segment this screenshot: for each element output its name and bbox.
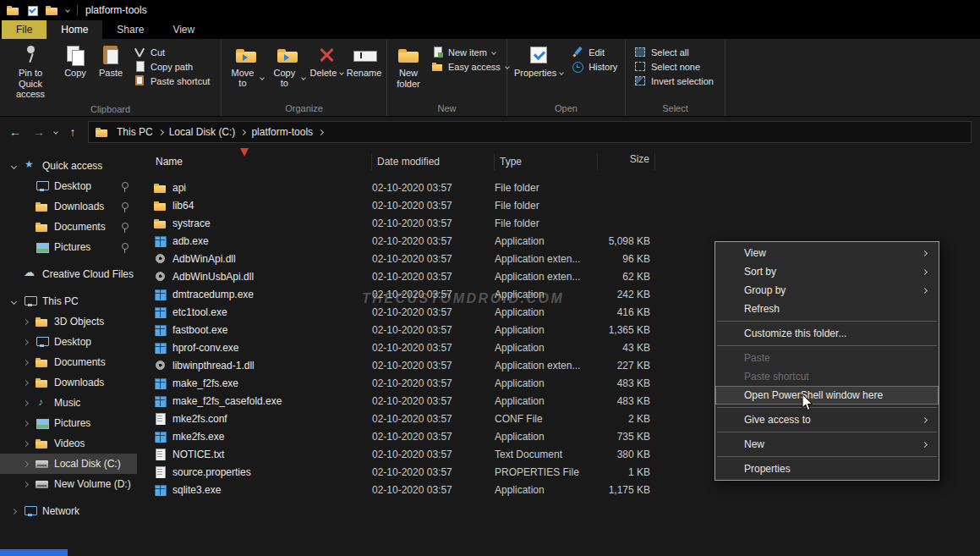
qat-customize-chevron-icon[interactable] (65, 8, 70, 13)
up-button[interactable]: ↑ (64, 125, 81, 139)
menu-item-group-by[interactable]: Group by (715, 281, 939, 300)
file-row[interactable]: api02-10-2020 03:57File folder (137, 179, 980, 196)
tab-file[interactable]: File (2, 20, 47, 39)
expand-chevron-icon[interactable] (20, 459, 30, 469)
expand-chevron-icon[interactable] (20, 479, 30, 489)
folder-icon (36, 356, 49, 368)
pin-icon (120, 242, 129, 253)
address-box[interactable]: This PCLocal Disk (C:)platform-tools (88, 121, 972, 143)
expand-chevron-icon[interactable] (20, 357, 30, 367)
select-none-button[interactable]: Select none (634, 61, 714, 72)
file-name-cell: systrace (137, 217, 372, 229)
expand-chevron-icon[interactable] (8, 506, 19, 516)
sidebar-item-new-volume-d[interactable]: New Volume (D:) (0, 474, 137, 494)
sidebar-item-creative-cloud-files[interactable]: Creative Cloud Files (0, 264, 137, 284)
menu-item-properties[interactable]: Properties (715, 460, 939, 478)
breadcrumb-item[interactable]: This PC (115, 126, 155, 138)
menu-item-customize-this-folder[interactable]: Customize this folder... (715, 324, 939, 343)
menu-item-new[interactable]: New (715, 435, 939, 454)
collapse-chevron-icon[interactable] (8, 296, 19, 306)
expand-chevron-icon[interactable] (20, 337, 30, 347)
column-header-size[interactable]: Size (598, 153, 655, 170)
sidebar-item-quick-access[interactable]: Quick access (0, 156, 137, 176)
copy-to-dropdown-icon[interactable] (301, 75, 306, 80)
app-file-icon (154, 342, 167, 354)
tab-view[interactable]: View (158, 20, 209, 39)
breadcrumb-chevron-icon[interactable] (318, 129, 324, 135)
menu-item-give-access-to[interactable]: Give access to (715, 410, 939, 429)
easy-access-button[interactable]: Easy access (431, 61, 509, 72)
new-item-dropdown-icon[interactable] (491, 50, 496, 55)
history-button[interactable]: History (572, 61, 617, 72)
sidebar-item-music[interactable]: Music (0, 393, 137, 413)
sidebar-item-network[interactable]: Network (0, 501, 137, 521)
cut-button[interactable]: Cut (134, 47, 210, 58)
sidebar-item-desktop[interactable]: Desktop (0, 332, 137, 352)
qat-properties-icon[interactable] (27, 5, 38, 16)
breadcrumb-item[interactable]: Local Disk (C:) (167, 126, 238, 138)
file-row[interactable]: lib6402-10-2020 03:57File folder (137, 196, 980, 214)
copy-path-button[interactable]: Copy path (134, 61, 210, 72)
menu-item-open-powershell-window-here[interactable]: Open PowerShell window here (715, 386, 939, 405)
sidebar-item-3d-objects[interactable]: 3D Objects (0, 311, 137, 332)
menu-item-refresh[interactable]: Refresh (715, 300, 939, 318)
open-group-label: Open (507, 101, 625, 116)
invert-selection-button[interactable]: Invert selection (634, 75, 714, 86)
file-name-cell: AdbWinUsbApi.dll (137, 271, 372, 283)
expand-chevron-icon[interactable] (20, 438, 30, 449)
sidebar-item-videos[interactable]: Videos (0, 433, 137, 454)
paste-shortcut-button[interactable]: Paste shortcut (134, 75, 210, 86)
tab-home[interactable]: Home (47, 20, 102, 39)
sidebar-item-pictures[interactable]: Pictures (0, 237, 137, 257)
sidebar-item-downloads[interactable]: Downloads (0, 196, 137, 217)
properties-dropdown-icon[interactable] (559, 70, 564, 75)
file-row[interactable]: systrace02-10-2020 03:57File folder (137, 214, 980, 232)
column-header-name[interactable]: Name (137, 153, 372, 170)
move-to-button[interactable]: Move to (225, 41, 267, 91)
select-all-button[interactable]: Select all (634, 47, 714, 58)
properties-button[interactable]: Properties (511, 41, 567, 80)
qat-new-folder-icon[interactable] (46, 4, 58, 16)
delete-button[interactable]: Delete (309, 41, 345, 80)
menu-item-sort-by[interactable]: Sort by (715, 262, 939, 281)
copy-to-button[interactable]: Copy to (267, 41, 309, 91)
expand-chevron-icon[interactable] (20, 377, 30, 388)
sidebar-item-local-disk-c[interactable]: Local Disk (C:) (0, 454, 137, 474)
expand-chevron-icon[interactable] (20, 398, 30, 408)
sidebar-item-documents[interactable]: Documents (0, 217, 137, 237)
expand-chevron-icon[interactable] (20, 317, 30, 327)
paste-button[interactable]: Paste (93, 41, 129, 81)
sidebar-item-documents[interactable]: Documents (0, 352, 137, 372)
edit-button[interactable]: Edit (572, 47, 617, 58)
sidebar-item-pictures[interactable]: Pictures (0, 413, 137, 433)
rename-button[interactable]: Rename (345, 41, 383, 80)
sidebar-item-desktop[interactable]: Desktop (0, 176, 137, 196)
pin-to-quick-access-button[interactable]: Pin to Quick access (3, 41, 57, 102)
move-to-dropdown-icon[interactable] (260, 75, 265, 80)
column-header-type[interactable]: Type (495, 153, 598, 170)
back-button[interactable]: ← (7, 125, 24, 139)
breadcrumb-chevron-icon[interactable] (158, 129, 164, 135)
new-folder-button[interactable]: New folder (391, 41, 426, 91)
pin-icon (19, 44, 42, 66)
breadcrumb-item[interactable]: platform-tools (249, 126, 315, 138)
forward-button[interactable]: → (30, 125, 47, 139)
copy-button[interactable]: Copy (57, 41, 93, 81)
tab-share[interactable]: Share (102, 20, 158, 39)
network-icon (24, 505, 37, 517)
menu-item-view[interactable]: View (715, 244, 939, 262)
sidebar-item-this-pc[interactable]: This PC (0, 291, 137, 311)
column-header-date-modified[interactable]: Date modified (372, 153, 495, 170)
taskbar-fragment[interactable] (0, 549, 68, 556)
file-row[interactable]: sqlite3.exe02-10-2020 03:57Application1,… (137, 481, 980, 498)
new-item-button[interactable]: New item (431, 47, 509, 58)
sidebar-item-downloads[interactable]: Downloads (0, 372, 137, 393)
file-name: make_f2fs_casefold.exe (172, 395, 282, 407)
breadcrumb-chevron-icon[interactable] (240, 129, 246, 135)
collapse-chevron-icon[interactable] (8, 161, 19, 171)
delete-dropdown-icon[interactable] (339, 70, 344, 75)
expand-chevron-icon[interactable] (20, 418, 30, 428)
recent-locations-chevron-icon[interactable] (53, 129, 58, 135)
sidebar-item-label: Videos (54, 438, 85, 449)
pin-icon (120, 201, 129, 212)
